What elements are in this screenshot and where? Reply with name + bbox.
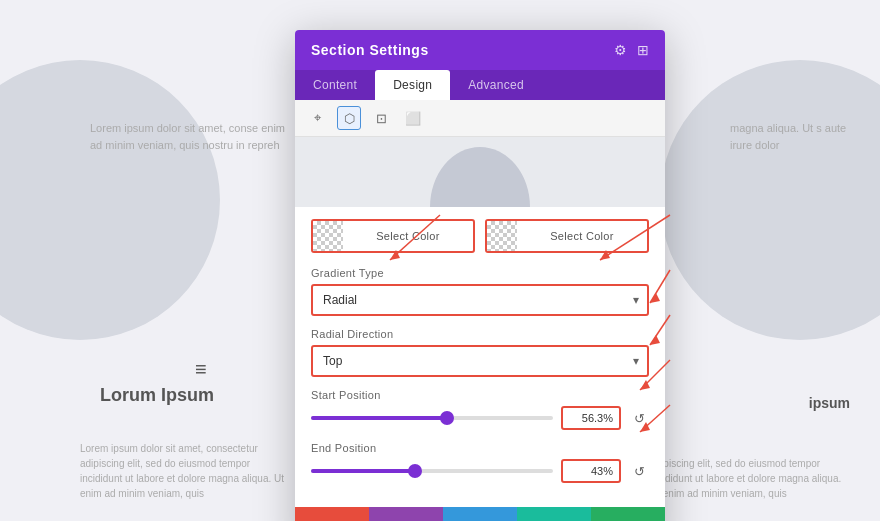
preview-area	[295, 137, 665, 207]
color-picker-2[interactable]: Select Color	[485, 219, 649, 253]
end-position-section: End Position 43% ↺	[311, 442, 649, 483]
modal-toolbar: ⌖ ⬡ ⊡ ⬜	[295, 100, 665, 137]
hamburger-icon[interactable]: ≡	[195, 358, 207, 381]
gradient-type-group: Gradient Type Radial Linear	[311, 267, 649, 316]
modal-header: Section Settings ⚙ ⊞	[295, 30, 665, 70]
end-position-label: End Position	[311, 442, 649, 454]
start-position-reset[interactable]: ↺	[629, 408, 649, 428]
save-button[interactable]: ✓	[591, 507, 665, 521]
start-position-input[interactable]: 56.3%	[561, 406, 621, 430]
bg-text-left: Lorem ipsum dolor sit amet, conse enim a…	[90, 120, 290, 153]
spacer-button	[517, 507, 591, 521]
undo-button[interactable]: ↩	[369, 507, 443, 521]
end-position-fill	[311, 469, 415, 473]
start-position-thumb[interactable]	[440, 411, 454, 425]
toolbar-icon-1[interactable]: ⌖	[305, 106, 329, 130]
bg-circle-right	[660, 60, 880, 340]
modal-tabs: Content Design Advanced	[295, 70, 665, 100]
bg-title: Lorum Ipsum	[100, 385, 214, 406]
start-position-row: 56.3% ↺	[311, 406, 649, 430]
color-checker-1	[313, 221, 343, 251]
gradient-type-select[interactable]: Radial Linear	[311, 284, 649, 316]
expand-icon[interactable]: ⊞	[637, 42, 649, 58]
toolbar-icon-3[interactable]: ⊡	[369, 106, 393, 130]
radial-direction-select[interactable]: Top Center Bottom Left Right	[311, 345, 649, 377]
bg-bottom-right: adipiscing elit, sed do eiusmod tempor i…	[650, 456, 850, 501]
start-position-section: Start Position 56.3% ↺	[311, 389, 649, 430]
toolbar-icon-4[interactable]: ⬜	[401, 106, 425, 130]
modal-body: Select Color Select Color Gradient Type …	[295, 207, 665, 507]
redo-button[interactable]: ↻	[443, 507, 517, 521]
settings-icon[interactable]: ⚙	[614, 42, 627, 58]
bg-title-right: ipsum	[809, 395, 850, 411]
modal-header-icons: ⚙ ⊞	[614, 42, 649, 58]
radial-direction-select-wrapper: Top Center Bottom Left Right	[311, 345, 649, 377]
tab-content[interactable]: Content	[295, 70, 375, 100]
start-position-track[interactable]	[311, 416, 553, 420]
tab-design[interactable]: Design	[375, 70, 450, 100]
radial-direction-group: Radial Direction Top Center Bottom Left …	[311, 328, 649, 377]
tab-advanced[interactable]: Advanced	[450, 70, 542, 100]
cancel-button[interactable]: ✕	[295, 507, 369, 521]
color-picker-1[interactable]: Select Color	[311, 219, 475, 253]
preview-shape	[430, 147, 530, 207]
section-settings-panel: Section Settings ⚙ ⊞ Content Design Adva…	[295, 30, 665, 521]
gradient-type-label: Gradient Type	[311, 267, 649, 279]
radial-direction-label: Radial Direction	[311, 328, 649, 340]
color-picker-1-label: Select Color	[343, 230, 473, 242]
start-position-fill	[311, 416, 447, 420]
color-pickers-row: Select Color Select Color	[311, 219, 649, 253]
color-checker-2	[487, 221, 517, 251]
bg-text-right: magna aliqua. Ut s aute irure dolor	[730, 120, 850, 153]
end-position-thumb[interactable]	[408, 464, 422, 478]
gradient-type-select-wrapper: Radial Linear	[311, 284, 649, 316]
end-position-row: 43% ↺	[311, 459, 649, 483]
end-position-input[interactable]: 43%	[561, 459, 621, 483]
modal-title: Section Settings	[311, 42, 429, 58]
toolbar-icon-2[interactable]: ⬡	[337, 106, 361, 130]
bg-circle-left	[0, 60, 220, 340]
bg-bottom-left: Lorem ipsum dolor sit amet, consectetur …	[80, 441, 290, 501]
end-position-track[interactable]	[311, 469, 553, 473]
end-position-reset[interactable]: ↺	[629, 461, 649, 481]
modal-footer: ✕ ↩ ↻ ✓	[295, 507, 665, 521]
color-picker-2-label: Select Color	[517, 230, 647, 242]
start-position-label: Start Position	[311, 389, 649, 401]
